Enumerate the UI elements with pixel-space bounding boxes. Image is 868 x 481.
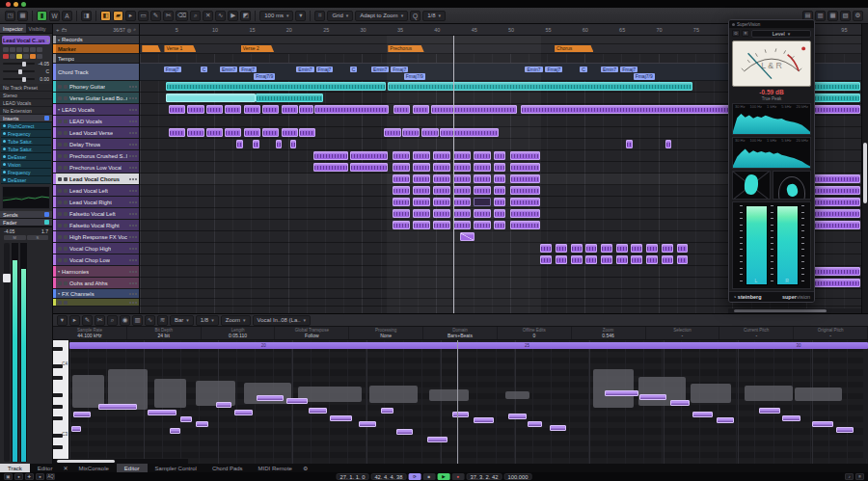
black-key-icon[interactable] xyxy=(53,405,63,409)
audio-clip[interactable] xyxy=(601,255,612,264)
marker-flag[interactable]: Verse 1 xyxy=(164,45,196,52)
solo-button[interactable]: S xyxy=(27,235,49,240)
workspaces[interactable]: ◨ xyxy=(81,11,92,21)
lowerzone-tab-editor[interactable]: Editor xyxy=(117,464,148,472)
insert-slot[interactable]: Tube Satur. xyxy=(1,138,51,146)
chord-event[interactable]: Fmaj7 xyxy=(545,67,562,73)
audio-clip[interactable] xyxy=(187,105,203,114)
search-icon[interactable]: ⌕ xyxy=(133,26,136,33)
track-row[interactable]: Oohs and Ahhs xyxy=(53,278,139,289)
insert-slot[interactable]: DeEsser xyxy=(1,153,51,161)
editor-tool-5[interactable]: ◉ xyxy=(120,315,130,326)
insert-slot[interactable]: Frequency xyxy=(1,130,51,138)
channel-config-item[interactable]: Stereo xyxy=(0,92,52,99)
variaudio-segment[interactable] xyxy=(427,437,448,442)
black-key-icon[interactable] xyxy=(53,445,63,449)
transport-tool-0[interactable]: ▣ xyxy=(4,473,13,480)
mute-button[interactable] xyxy=(58,166,62,170)
track-row[interactable]: High Response FX Vocal xyxy=(53,231,139,243)
audio-clip[interactable] xyxy=(262,105,279,114)
track-row[interactable]: Verse Guitar Lead Bo..ng xyxy=(53,93,139,104)
audio-clip[interactable] xyxy=(169,128,185,137)
audio-clip[interactable] xyxy=(646,244,658,253)
variaudio-segment[interactable] xyxy=(605,390,638,396)
plugin-power-icon[interactable] xyxy=(3,147,6,150)
mute-tool[interactable]: ✕ xyxy=(203,11,213,21)
event-selector-dropdown[interactable]: Vocal In..08 (La..▾ xyxy=(253,315,312,326)
audio-clip[interactable] xyxy=(225,128,241,137)
variaudio-segment[interactable] xyxy=(73,412,91,417)
editor-tool-3[interactable]: ✄ xyxy=(95,315,105,326)
editor-tool-2[interactable]: ✎ xyxy=(82,315,93,326)
erase-tool[interactable]: ⌫ xyxy=(176,11,188,21)
variaudio-segment[interactable] xyxy=(639,394,666,400)
right-locator-field[interactable]: 42. 4. 4. 38 xyxy=(370,473,406,480)
audio-clip[interactable] xyxy=(571,244,583,253)
marker-flag[interactable]: Chorus xyxy=(555,45,593,52)
object-select-tool[interactable]: ▸ xyxy=(125,11,136,21)
eq-curve-display[interactable] xyxy=(2,186,50,209)
black-key-icon[interactable] xyxy=(53,416,63,420)
track-button-1[interactable] xyxy=(10,47,15,52)
variaudio-segment[interactable] xyxy=(836,427,854,433)
audio-clip[interactable] xyxy=(206,128,223,137)
track-row[interactable]: Delay Throw xyxy=(53,139,139,150)
variaudio-segment[interactable] xyxy=(330,415,352,421)
track-row[interactable]: Chord Track xyxy=(53,64,139,81)
volume-slider[interactable] xyxy=(3,63,35,65)
transport-tool-2[interactable]: ✚ xyxy=(25,473,34,480)
black-key-icon[interactable] xyxy=(53,347,63,351)
audio-clip[interactable] xyxy=(350,163,388,172)
mute-button[interactable] xyxy=(58,281,62,285)
module-add-button[interactable]: ⊙ xyxy=(732,30,740,37)
track-row[interactable]: Lead Vocal Verse xyxy=(53,127,139,139)
left-locator-field[interactable]: 27. 1. 1. 0 xyxy=(337,473,369,480)
transport-tool-4[interactable]: AQ xyxy=(46,473,55,480)
audio-clip[interactable] xyxy=(290,140,297,148)
lowerzone-tab-mixconsole[interactable]: MixConsole xyxy=(71,464,117,472)
mute-button[interactable] xyxy=(58,177,62,181)
zoom-preset-dropdown[interactable]: Zoom▾ xyxy=(221,315,251,326)
audio-clip[interactable] xyxy=(556,244,567,253)
variaudio-segment[interactable] xyxy=(474,417,495,423)
audio-clip[interactable] xyxy=(299,105,313,114)
module-menu-button[interactable]: ≡ xyxy=(742,30,749,37)
pan-slider-handle[interactable] xyxy=(18,69,22,74)
chord-event[interactable]: Fmaj7 xyxy=(620,67,637,73)
delay-slider-handle[interactable] xyxy=(22,77,26,82)
wavescope-display[interactable] xyxy=(732,171,771,200)
variaudio-segment[interactable] xyxy=(257,395,284,401)
folder-open-icon[interactable]: ▾ xyxy=(58,291,60,296)
audio-clip[interactable] xyxy=(616,255,628,264)
track-row[interactable]: Vocal Chop Low xyxy=(53,254,139,266)
layout-full[interactable]: ▧ xyxy=(840,11,851,21)
chord-event[interactable]: C xyxy=(580,67,587,73)
zone-tab-track[interactable]: Track xyxy=(0,464,30,472)
audio-clip[interactable] xyxy=(166,82,386,91)
piano-keyboard[interactable]: C4C3 xyxy=(53,340,69,464)
audio-clip[interactable] xyxy=(169,105,185,114)
output-routing-item[interactable]: LEAD Vocals xyxy=(0,99,52,107)
audio-clip[interactable] xyxy=(256,94,323,102)
audio-clip[interactable] xyxy=(662,255,673,264)
lowerzone-tab-midi-remote[interactable]: MIDI Remote xyxy=(251,464,300,472)
solo-button[interactable] xyxy=(64,301,68,305)
plugin-power-icon[interactable] xyxy=(3,132,6,135)
solo-button[interactable] xyxy=(64,235,68,239)
mute-button[interactable] xyxy=(58,85,62,89)
transport-tool-3[interactable]: ● xyxy=(36,473,44,480)
play-button[interactable]: ▶ xyxy=(437,473,449,480)
split-tool[interactable]: ✄ xyxy=(163,11,174,21)
marker-flag[interactable]: Verse 2 xyxy=(241,45,274,52)
audio-clip[interactable] xyxy=(631,255,642,264)
add-track-button[interactable]: + xyxy=(56,27,60,33)
variaudio-segment[interactable] xyxy=(148,410,176,415)
variaudio-segment[interactable] xyxy=(381,408,393,414)
solo-button[interactable] xyxy=(64,247,68,251)
stop-button[interactable]: ■ xyxy=(422,473,435,480)
track-row[interactable]: Lead Vocal Chorus xyxy=(53,174,139,185)
maximize-window-icon[interactable] xyxy=(21,2,26,7)
sends-section-header[interactable]: Sends xyxy=(0,211,52,219)
track-row[interactable]: Vocal Chop High xyxy=(53,243,139,254)
editor-tool-4[interactable]: ⌕ xyxy=(107,315,118,326)
